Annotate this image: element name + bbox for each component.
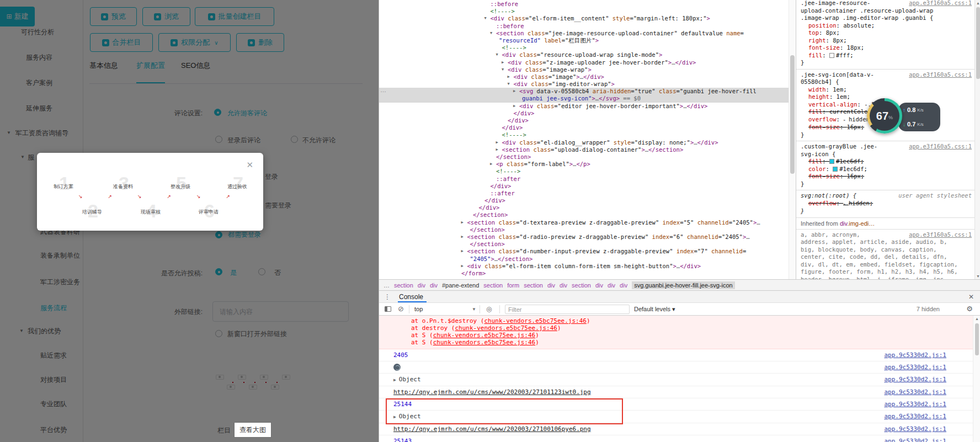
breadcrumb-item[interactable]: form [507, 282, 519, 289]
expand-arrow-icon[interactable]: ▶ [508, 73, 510, 81]
dom-tree-node[interactable]: ▶<div class="el-dialog__wrapper" style="… [379, 139, 789, 146]
expand-arrow-icon[interactable]: ▶ [461, 248, 464, 255]
logged-url-link[interactable]: http://qny.ejmrh.com/u/cms/www/202003/27… [393, 425, 591, 433]
source-link[interactable]: app.9c5330d2.js:1 [884, 401, 946, 408]
expand-arrow-icon[interactable]: ▶ [490, 161, 492, 168]
breadcrumb-item[interactable]: div [430, 282, 438, 289]
expand-arrow-icon[interactable]: ▶ [461, 233, 464, 241]
breadcrumb-item[interactable]: section [483, 282, 503, 289]
dom-tree-node[interactable]: ▶<section class="d-radio-preview z-dragg… [379, 233, 789, 241]
dom-tree-node[interactable]: ▶<div class="editor jee-hover-border-imp… [379, 103, 789, 110]
dom-tree-node[interactable]: </div> [379, 117, 789, 124]
live-expression-icon[interactable]: ◎ [486, 305, 492, 313]
dom-tree-node[interactable]: </div> [379, 183, 789, 190]
css-property[interactable]: position: absolute; [801, 22, 973, 30]
kebab-menu-icon[interactable]: ⋮ [384, 293, 390, 301]
dom-tree-node[interactable]: <!----> [379, 168, 789, 175]
scroll-up-icon[interactable]: ▲ [976, 1, 980, 5]
dom-tree-node[interactable]: ▼<div class="el-form-item__content" styl… [379, 15, 789, 22]
log-levels-dropdown[interactable]: Default levels ▾ [634, 306, 675, 313]
source-link[interactable]: app.9c5330d2.js:1 [884, 352, 946, 359]
css-rule[interactable]: app.e3f160a5.css:1.custom-grayBlue .jee-… [796, 141, 980, 190]
dom-tree-node[interactable]: ▶<section class="d-textarea-preview z-dr… [379, 219, 789, 226]
dom-tree-node[interactable]: </section> [379, 241, 789, 248]
dom-tree-node[interactable]: ▶<div class="z-image-uploader jee-hover-… [379, 59, 789, 66]
collapse-arrow-icon[interactable]: ▼ [502, 66, 504, 73]
breadcrumb-item[interactable]: div [418, 282, 425, 289]
source-link[interactable]: app.9c5330d2.js:1 [884, 376, 946, 383]
tab-console[interactable]: Console [399, 293, 423, 301]
css-property[interactable]: font-size: 18px; [801, 44, 973, 52]
dom-tree-node[interactable]: <!----> [379, 131, 789, 139]
dom-tree-node[interactable]: ▶<div class="image">…</div> [379, 73, 789, 81]
source-link[interactable]: app.9c5330d2.js:1 [884, 388, 946, 396]
dom-tree-node[interactable]: guanbi jee-svg-icon">…</svg> == $0 [379, 95, 789, 102]
gear-icon[interactable]: ⚙ [966, 305, 973, 313]
expand-arrow-icon[interactable]: ▶ [461, 219, 464, 226]
dom-tree-node[interactable]: </form> [379, 270, 789, 277]
dom-tree-node[interactable]: ▼<div class="resource-upload-wrap single… [379, 51, 789, 58]
expand-arrow-icon[interactable]: ▶ [502, 59, 504, 66]
dom-tree-node[interactable]: <!----> [379, 8, 789, 15]
console-filter-input[interactable] [505, 305, 630, 314]
stack-frame[interactable]: at S (chunk-vendors.e5bc75ee.js:46) [379, 339, 980, 346]
dom-tree-node[interactable]: </section> [379, 153, 789, 161]
dom-tree-node[interactable]: ▶<p class="form-label">…</p> [379, 161, 789, 168]
elements-scrollbar[interactable] [789, 0, 796, 279]
stack-frame[interactable]: at S (chunk-vendors.e5bc75ee.js:46) [379, 332, 980, 339]
console-scrollbar[interactable]: ▲ [973, 316, 980, 442]
breadcrumb-item[interactable]: div [595, 282, 603, 289]
stylesheet-link[interactable]: user agent stylesheet [898, 192, 972, 200]
expand-arrow-icon[interactable]: ▶ [496, 146, 498, 153]
stylesheet-link[interactable]: app.e3f160a5.css:1 [909, 71, 972, 79]
source-link[interactable]: app.9c5330d2.js:1 [884, 364, 946, 371]
close-icon[interactable]: ✕ [246, 161, 253, 169]
dom-tree-node[interactable]: "resourceId" label="栏目图片"> [379, 37, 789, 44]
scroll-up-icon[interactable]: ▲ [974, 317, 980, 321]
breadcrumb-item[interactable]: section [524, 282, 543, 289]
scrollbar-thumb[interactable] [976, 7, 980, 79]
css-rule[interactable]: app.e3f160a5.css:1a, abbr, acronym,addre… [796, 230, 980, 280]
stylesheet-link[interactable]: app.e3f160a5.css:1 [909, 143, 972, 151]
breadcrumb-item[interactable]: div [620, 282, 627, 289]
dom-tree-node[interactable]: </section> [379, 226, 789, 233]
css-property[interactable]: width: 1em; [801, 86, 973, 94]
collapse-arrow-icon[interactable]: ▼ [484, 15, 487, 22]
source-link[interactable]: app.9c5330d2.js:1 [884, 438, 946, 442]
breadcrumb-item[interactable]: section [572, 282, 591, 289]
stack-frame[interactable]: at o.Pn.t.$destroy (chunk-vendors.e5bc75… [379, 317, 980, 324]
object-toggle[interactable]: ▶Object [393, 376, 421, 383]
logged-url-link[interactable]: http://qny.ejmrh.com/u/cms/www/202003/27… [393, 388, 591, 396]
css-property[interactable]: right: 8px; [801, 37, 973, 45]
breadcrumb-item[interactable]: section [394, 282, 413, 289]
scroll-down-icon[interactable]: ▼ [976, 274, 980, 278]
dom-tree-node[interactable]: ▼<div class="img-editor-wrap"> [379, 81, 789, 88]
dom-tree-node[interactable]: </div> [379, 110, 789, 117]
css-property[interactable]: overflow: ▸ hidden; [801, 200, 973, 208]
dom-tree-node[interactable]: ::before [379, 23, 789, 30]
scrollbar-thumb[interactable] [975, 323, 979, 355]
console-sidebar-icon[interactable] [385, 306, 391, 312]
breadcrumb-item[interactable]: div [547, 282, 555, 289]
dom-tree-node[interactable]: </div> [379, 124, 789, 131]
css-property[interactable]: color: #1ec6df; [801, 166, 973, 173]
context-selector[interactable]: top [414, 306, 423, 312]
dom-tree-node[interactable]: ▼<div class="image-wrap"> [379, 66, 789, 73]
stylesheet-link[interactable]: app.e3f160a5.css:1 [909, 0, 972, 7]
css-rule[interactable]: app.e3f160a5.css:1.jee-image-resource-up… [796, 0, 980, 70]
dom-tree-node[interactable]: <!----> [379, 44, 789, 51]
collapse-arrow-icon[interactable]: ▼ [490, 30, 492, 37]
breadcrumb-item[interactable]: div [608, 282, 615, 289]
stylesheet-link[interactable]: app.e3f160a5.css:1 [909, 231, 972, 239]
breadcrumb-item-selected[interactable]: svg.guanbi.jee-hover-fill.jee-svg-icon [632, 281, 735, 289]
overflow-ellipsis[interactable]: … [380, 87, 386, 93]
collapse-arrow-icon[interactable]: ▼ [508, 81, 510, 88]
close-icon[interactable]: ✕ [968, 293, 974, 301]
css-property[interactable]: font-size: 16px; [801, 173, 973, 180]
dom-tree-node[interactable]: ▶<section class="d-number-input-preview … [379, 248, 789, 255]
expand-arrow-icon[interactable]: ▶ [461, 263, 464, 270]
dom-tree-node[interactable]: ▼<section class="jee-image-resource-uplo… [379, 30, 789, 37]
dom-tree-node[interactable]: ▶<section class="upload-dialog-container… [379, 146, 789, 153]
dom-tree-node[interactable]: ▶<svg data-v-05580cb4 aria-hidden="true"… [379, 88, 789, 95]
dom-tree-node[interactable]: </div> [379, 204, 789, 211]
